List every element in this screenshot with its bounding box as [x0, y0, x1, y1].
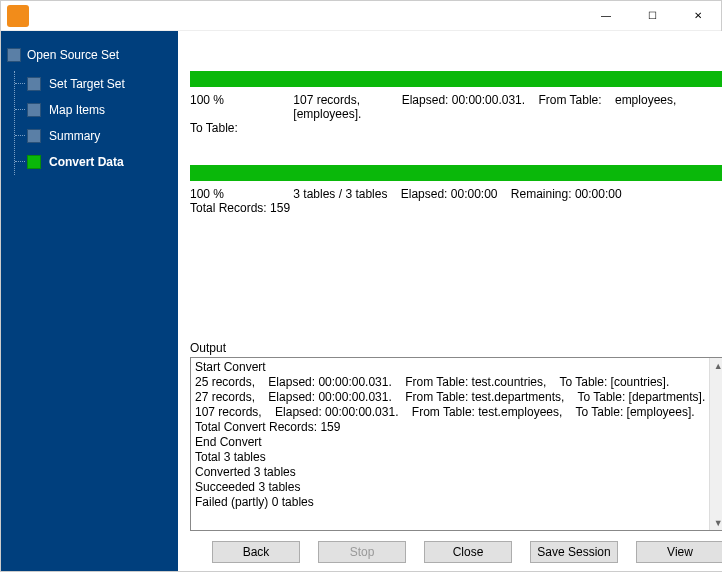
stop-button: Stop — [318, 541, 406, 563]
sidebar-item-set-target[interactable]: Set Target Set — [27, 71, 172, 97]
square-icon — [27, 129, 41, 143]
sidebar-item-summary[interactable]: Summary — [27, 123, 172, 149]
progress-total-records: Total Records: 159 — [190, 201, 290, 215]
square-icon — [7, 48, 21, 62]
progress-from-value: employees, — [615, 93, 676, 107]
sidebar-item-convert-data[interactable]: Convert Data — [27, 149, 172, 175]
app-icon — [7, 5, 29, 27]
progress-info-table: 100 % 107 records, [employees]. Elapsed:… — [190, 91, 722, 135]
body: Open Source Set Set Target Set Map Items… — [1, 31, 721, 571]
close-window-button[interactable]: ✕ — [675, 1, 721, 31]
close-button[interactable]: Close — [424, 541, 512, 563]
titlebar: — ☐ ✕ — [1, 1, 721, 31]
sidebar-item-label: Set Target Set — [49, 77, 125, 91]
scroll-track[interactable] — [710, 373, 722, 515]
back-button[interactable]: Back — [212, 541, 300, 563]
view-button[interactable]: View — [636, 541, 722, 563]
progress-remaining: Remaining: 00:00:00 — [511, 187, 622, 201]
scroll-down-icon[interactable]: ▼ — [710, 515, 722, 530]
sidebar-item-label: Summary — [49, 129, 100, 143]
square-icon — [27, 77, 41, 91]
maximize-button[interactable]: ☐ — [629, 1, 675, 31]
progress-from-label: From Table: — [538, 93, 601, 107]
output-textarea[interactable]: Start Convert 25 records, Elapsed: 00:00… — [190, 357, 722, 531]
progress-percent: 100 % — [190, 93, 280, 107]
progress-info-overall: 100 % 3 tables / 3 tables Elapsed: 00:00… — [190, 185, 722, 215]
main-panel: 100 % 107 records, [employees]. Elapsed:… — [178, 31, 722, 571]
progress-elapsed: Elapsed: 00:00:00 — [401, 187, 498, 201]
progress-records: 107 records, [employees]. — [293, 93, 388, 121]
tree-root[interactable]: Open Source Set — [7, 43, 172, 67]
save-session-button[interactable]: Save Session — [530, 541, 618, 563]
progress-current-table: 100 % 107 records, [employees]. Elapsed:… — [190, 71, 722, 135]
output-label: Output — [190, 331, 722, 355]
window-controls: — ☐ ✕ — [583, 1, 721, 31]
tree-root-label: Open Source Set — [27, 48, 119, 62]
sidebar: Open Source Set Set Target Set Map Items… — [1, 31, 178, 571]
sidebar-item-label: Convert Data — [49, 155, 124, 169]
progress-overall: 100 % 3 tables / 3 tables Elapsed: 00:00… — [190, 165, 722, 215]
minimize-button[interactable]: — — [583, 1, 629, 31]
scroll-up-icon[interactable]: ▲ — [710, 358, 722, 373]
progress-to-label: To Table: — [190, 121, 238, 135]
square-icon — [27, 155, 41, 169]
scrollbar[interactable]: ▲ ▼ — [709, 358, 722, 530]
sidebar-item-map-items[interactable]: Map Items — [27, 97, 172, 123]
sidebar-item-label: Map Items — [49, 103, 105, 117]
wizard-tree: Open Source Set Set Target Set Map Items… — [7, 43, 172, 175]
progress-tables: 3 tables / 3 tables — [293, 187, 387, 201]
progress-bar-table — [190, 71, 722, 87]
square-icon — [27, 103, 41, 117]
progress-bar-overall — [190, 165, 722, 181]
output-text: Start Convert 25 records, Elapsed: 00:00… — [191, 358, 709, 530]
window: — ☐ ✕ Open Source Set Set Target Set — [0, 0, 722, 572]
footer-buttons: Back Stop Close Save Session View — [190, 531, 722, 563]
progress-elapsed: Elapsed: 00:00:00.031. — [402, 93, 525, 107]
progress-percent: 100 % — [190, 187, 280, 201]
